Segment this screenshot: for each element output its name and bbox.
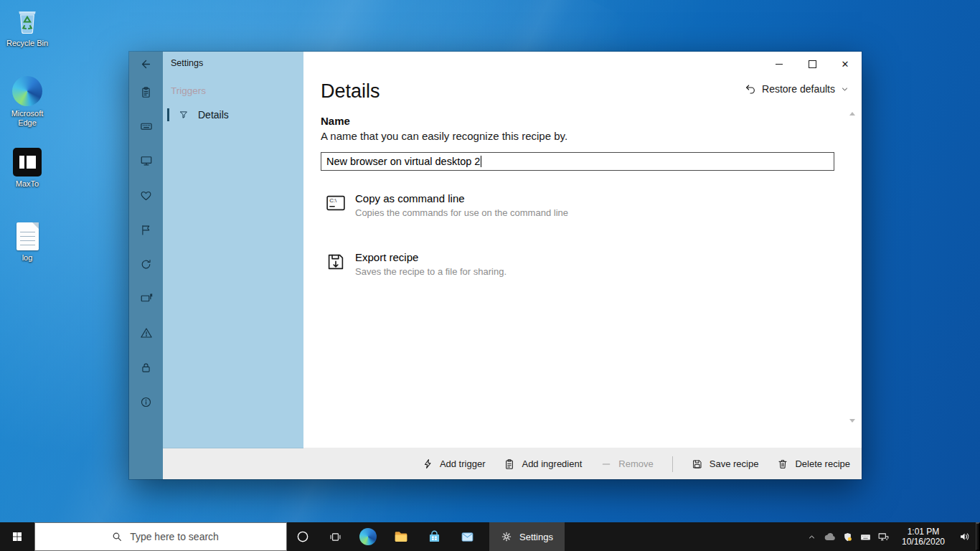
rail-button-favorites[interactable] xyxy=(129,178,163,212)
system-tray: 1:01 PM 10/16/2020 xyxy=(803,522,980,551)
command-bar-separator xyxy=(672,456,673,472)
keyboard-icon xyxy=(140,120,153,133)
start-button[interactable] xyxy=(0,522,34,551)
show-desktop-button[interactable] xyxy=(976,522,980,551)
trash-icon xyxy=(777,458,788,470)
name-field-label: Name xyxy=(321,115,350,127)
rail-button-flags[interactable] xyxy=(129,212,163,247)
cortana-circle-icon xyxy=(296,529,310,544)
back-button[interactable] xyxy=(129,52,163,76)
action-description: Saves the recipe to a file for sharing. xyxy=(355,266,507,277)
taskbar-search-box[interactable]: Type here to search xyxy=(34,522,287,551)
minimize-icon xyxy=(776,64,783,65)
search-icon xyxy=(111,531,123,542)
minus-icon xyxy=(600,458,612,470)
taskbar-settings-app-button[interactable]: Settings xyxy=(489,522,565,551)
network-tray-button[interactable] xyxy=(875,522,892,551)
button-label: Add ingredient xyxy=(522,458,582,469)
minimize-button[interactable] xyxy=(763,52,796,76)
rail-button-license[interactable] xyxy=(129,350,163,385)
search-placeholder: Type here to search xyxy=(130,531,219,542)
nav-item-label: Details xyxy=(198,109,229,121)
cortana-button[interactable] xyxy=(287,522,319,551)
maxto-icon xyxy=(13,148,42,176)
close-icon: ✕ xyxy=(842,59,849,70)
restore-defaults-label: Restore defaults xyxy=(762,83,835,95)
rail-button-hotkeys[interactable] xyxy=(129,109,163,143)
command-bar: Add trigger Add ingredient Remove Save r… xyxy=(163,448,862,479)
warning-triangle-icon xyxy=(140,326,153,339)
onedrive-tray-button[interactable] xyxy=(821,522,839,551)
gear-icon xyxy=(501,531,512,542)
delete-recipe-button[interactable]: Delete recipe xyxy=(777,458,850,470)
button-label: Remove xyxy=(618,458,653,469)
task-view-icon xyxy=(329,531,341,543)
funnel-icon xyxy=(179,110,189,120)
desktop-icon-log[interactable]: log xyxy=(1,222,53,263)
maxto-settings-window: Settings Triggers Details ✕ Details Rest… xyxy=(129,52,862,479)
recipe-name-input[interactable]: New browser on virtual desktop 2 xyxy=(321,152,834,171)
save-recipe-button[interactable]: Save recipe xyxy=(692,458,759,470)
nav-item-faded[interactable]: Triggers xyxy=(171,85,206,96)
log-file-icon xyxy=(17,222,39,250)
edge-icon xyxy=(359,528,377,545)
rail-button-updates[interactable] xyxy=(129,247,163,281)
volume-tray-button[interactable] xyxy=(954,522,976,551)
rail-button-about[interactable] xyxy=(129,385,163,419)
scroll-down-arrow[interactable] xyxy=(849,419,855,423)
desktop-icon-label: Recycle Bin xyxy=(6,39,48,48)
monitor-icon xyxy=(140,154,153,167)
nav-item-details[interactable]: Details xyxy=(163,105,303,125)
close-button[interactable]: ✕ xyxy=(829,52,862,76)
speaker-icon xyxy=(958,530,971,543)
export-recipe-button[interactable]: Export recipe Saves the recipe to a file… xyxy=(325,251,507,277)
desktop-icon-label: Microsoft Edge xyxy=(1,109,53,128)
selection-indicator xyxy=(167,108,169,121)
settings-nav-pane: Settings Triggers Details xyxy=(163,52,303,448)
hidden-icons-chevron[interactable] xyxy=(803,522,821,551)
maximize-button[interactable] xyxy=(796,52,829,76)
name-field-description: A name that you can easily recognize thi… xyxy=(321,130,567,142)
scroll-up-arrow[interactable] xyxy=(849,112,855,116)
info-icon xyxy=(140,396,152,408)
touch-keyboard-tray-button[interactable] xyxy=(857,522,875,551)
restore-defaults-button[interactable]: Restore defaults xyxy=(745,83,849,95)
add-ingredient-button[interactable]: Add ingredient xyxy=(504,458,582,470)
flag-icon xyxy=(140,224,152,236)
file-explorer-button[interactable] xyxy=(385,522,418,551)
task-view-button[interactable] xyxy=(319,522,352,551)
mail-button[interactable] xyxy=(451,522,484,551)
rail-button-monitors[interactable] xyxy=(129,143,163,178)
desktop-icon-maxto[interactable]: MaxTo xyxy=(1,148,53,189)
add-trigger-button[interactable]: Add trigger xyxy=(423,458,486,469)
rail-button-recipes[interactable] xyxy=(129,75,163,109)
command-line-icon: C:\ xyxy=(325,192,347,218)
screen-flag-icon xyxy=(140,292,153,305)
rail-button-troubleshooting[interactable] xyxy=(129,316,163,350)
cloud-icon xyxy=(824,530,837,543)
button-label: Save recipe xyxy=(710,458,759,469)
folder-icon xyxy=(393,529,409,545)
action-title: Export recipe xyxy=(355,251,507,263)
desktop-icon-recycle-bin[interactable]: Recycle Bin xyxy=(1,6,53,48)
taskbar: Type here to search Settings xyxy=(0,522,980,551)
windows-logo-icon xyxy=(11,531,23,542)
security-tray-button[interactable] xyxy=(839,522,857,551)
remove-button[interactable]: Remove xyxy=(600,458,653,470)
copy-as-command-line-button[interactable]: C:\ Copy as command line Copies the comm… xyxy=(325,192,568,218)
keyboard-icon xyxy=(859,531,872,543)
taskbar-clock[interactable]: 1:01 PM 10/16/2020 xyxy=(892,527,954,547)
clock-date: 10/16/2020 xyxy=(895,537,951,547)
window-caption-buttons: ✕ xyxy=(763,52,862,76)
microsoft-store-button[interactable] xyxy=(418,522,451,551)
action-title: Copy as command line xyxy=(355,192,568,204)
rail-button-virtual-desktops[interactable] xyxy=(129,281,163,316)
heart-icon xyxy=(140,189,152,202)
page-title: Details xyxy=(321,80,380,103)
button-label: Add trigger xyxy=(440,458,486,469)
details-page: ✕ Details Restore defaults Name A name t… xyxy=(303,52,862,448)
desktop-icon-microsoft-edge[interactable]: Microsoft Edge xyxy=(1,76,53,128)
taskbar-edge-button[interactable] xyxy=(352,522,385,551)
network-icon xyxy=(877,531,890,543)
text-caret xyxy=(481,156,481,167)
